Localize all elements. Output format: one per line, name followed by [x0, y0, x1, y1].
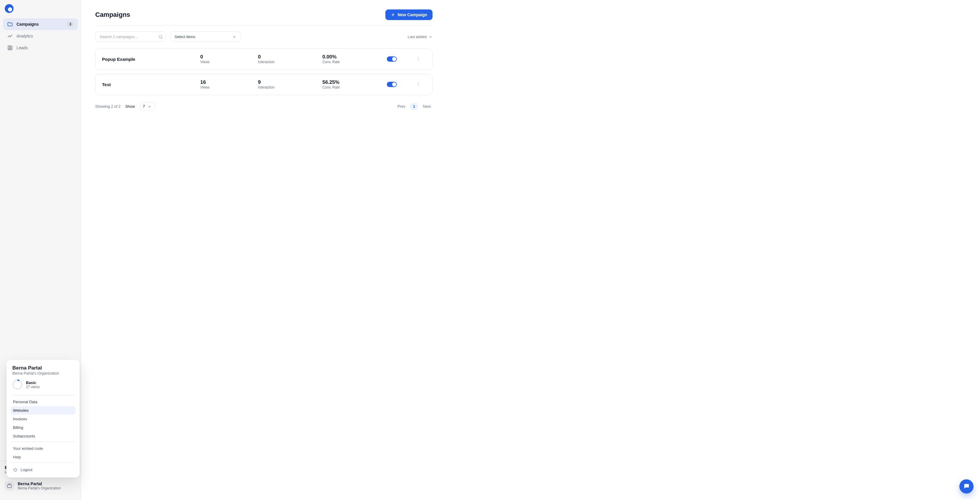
- filter-row: Select items Last added: [95, 32, 433, 42]
- account-name: Berna Partal: [18, 481, 61, 486]
- pagination-page-current[interactable]: 1: [410, 103, 418, 110]
- popover-user-org: Berna Partal's Organization: [11, 371, 75, 380]
- more-vertical-icon: [416, 82, 420, 87]
- plus-icon: [391, 13, 395, 17]
- page-title: Campaigns: [95, 11, 130, 19]
- menu-websites[interactable]: Websites: [11, 406, 75, 415]
- new-campaign-button[interactable]: New Campaign: [385, 10, 433, 20]
- sidebar-item-label: Campaigns: [16, 22, 39, 27]
- interaction-label: Interaction: [258, 85, 319, 89]
- svg-rect-2: [7, 485, 11, 487]
- svg-point-5: [418, 58, 418, 59]
- svg-point-4: [418, 57, 418, 58]
- menu-logout[interactable]: Logout: [11, 465, 75, 474]
- search-icon: [158, 35, 163, 39]
- campaign-name: Popup Example: [102, 57, 197, 62]
- row-actions-menu[interactable]: [414, 80, 422, 89]
- contact-icon: [7, 45, 13, 51]
- sidebar-item-label: Analytics: [16, 34, 33, 38]
- enabled-toggle[interactable]: [387, 56, 397, 62]
- menu-embed-code[interactable]: Your embed code: [11, 444, 75, 453]
- views-value: 0: [200, 54, 255, 60]
- campaign-name: Test: [102, 82, 197, 87]
- row-actions-menu[interactable]: [414, 55, 422, 63]
- popover-user-name: Berna Partal: [11, 365, 75, 371]
- menu-invoices[interactable]: Invoices: [11, 415, 75, 423]
- account-switcher[interactable]: Berna Partal Berna Partal's Organization: [0, 477, 81, 495]
- svg-point-6: [418, 60, 418, 60]
- account-popover: Berna Partal Berna Partal's Organization…: [6, 360, 80, 478]
- conv-rate-label: Conv. Rate: [322, 85, 383, 89]
- sort-dropdown[interactable]: Last added: [408, 35, 433, 39]
- chevron-down-icon: [147, 104, 151, 109]
- svg-point-3: [159, 35, 162, 38]
- sidebar-item-label: Leads: [16, 45, 28, 50]
- pagination-prev[interactable]: Prev: [396, 103, 407, 110]
- menu-subaccounts[interactable]: Subaccounts: [11, 432, 75, 440]
- menu-billing[interactable]: Billing: [11, 423, 75, 432]
- page-header: Campaigns New Campaign: [95, 10, 433, 26]
- page-size-label: Show: [125, 104, 135, 109]
- sidebar-item-badge: 3: [67, 22, 74, 27]
- conv-rate-value: 0.00%: [322, 54, 383, 60]
- select-items-dropdown[interactable]: Select items: [170, 32, 241, 42]
- chevron-down-icon: [428, 35, 433, 39]
- main-nav: Campaigns 3 Analytics Leads: [0, 18, 81, 54]
- plan-usage[interactable]: Basic 27 views: [11, 380, 75, 394]
- usage-ring-icon: [13, 380, 22, 390]
- sidebar-item-campaigns[interactable]: Campaigns 3: [3, 18, 78, 30]
- svg-point-7: [418, 82, 418, 83]
- svg-point-9: [418, 85, 418, 86]
- sidebar: Campaigns 3 Analytics Leads Embed your c…: [0, 0, 81, 500]
- search-input[interactable]: [95, 32, 166, 42]
- sidebar-item-analytics[interactable]: Analytics: [3, 30, 78, 42]
- sidebar-item-leads[interactable]: Leads: [3, 42, 78, 54]
- menu-help[interactable]: Help: [11, 453, 75, 461]
- menu-personal-data[interactable]: Personal Data: [11, 398, 75, 406]
- campaign-row[interactable]: Popup Example 0 Views 0 Interaction 0.00…: [95, 48, 433, 70]
- chat-icon: [963, 483, 970, 490]
- briefcase-icon: [5, 481, 14, 490]
- views-label: Views: [200, 60, 255, 64]
- pagination-nav: Prev 1 Next: [396, 103, 433, 110]
- interaction-label: Interaction: [258, 60, 319, 64]
- pagination-next[interactable]: Next: [421, 103, 433, 110]
- main-content: Campaigns New Campaign Select items: [81, 0, 980, 500]
- conv-rate-label: Conv. Rate: [322, 60, 383, 64]
- account-org: Berna Partal's Organization: [18, 486, 61, 490]
- chevron-down-icon: [232, 35, 237, 39]
- folder-icon: [7, 21, 13, 27]
- more-vertical-icon: [416, 56, 420, 62]
- conv-rate-value: 56.25%: [322, 79, 383, 85]
- svg-point-1: [10, 46, 11, 48]
- plan-views: 27 views: [26, 385, 40, 389]
- interaction-value: 9: [258, 79, 319, 85]
- interaction-value: 0: [258, 54, 319, 60]
- views-value: 16: [200, 79, 255, 85]
- page-size-select[interactable]: 7: [140, 102, 155, 111]
- views-label: Views: [200, 85, 255, 89]
- pagination: Showing 2 of 2 Show 7 Prev 1 Next: [95, 102, 433, 111]
- pagination-info: Showing 2 of 2: [95, 104, 121, 109]
- power-icon: [13, 467, 18, 472]
- chat-launcher[interactable]: [959, 479, 974, 494]
- svg-point-8: [418, 83, 418, 84]
- plan-name: Basic: [26, 380, 40, 385]
- chart-icon: [7, 33, 13, 39]
- app-logo[interactable]: [5, 4, 14, 13]
- campaign-list: Popup Example 0 Views 0 Interaction 0.00…: [95, 48, 433, 95]
- enabled-toggle[interactable]: [387, 82, 397, 87]
- campaign-row[interactable]: Test 16 Views 9 Interaction 56.25% Conv.…: [95, 74, 433, 95]
